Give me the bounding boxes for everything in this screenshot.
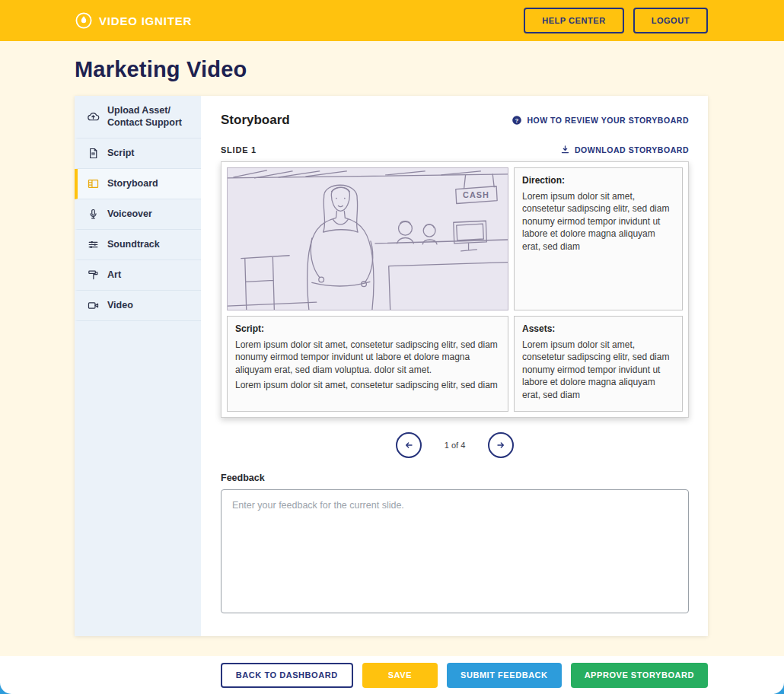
storyboard-sketch: CASH [227, 167, 508, 310]
cloud-upload-icon [87, 110, 100, 123]
sidebar-item-soundtrack[interactable]: Soundtrack [75, 230, 201, 260]
arrow-right-icon [495, 439, 507, 451]
logo: VIDEO IGNITER [75, 11, 192, 30]
back-to-dashboard-button[interactable]: BACK TO DASHBOARD [221, 663, 353, 688]
video-camera-icon [87, 299, 100, 312]
svg-text:?: ? [515, 117, 519, 124]
assets-text: Lorem ipsum dolor sit amet, consetetur s… [522, 339, 674, 402]
page-title: Marketing Video [75, 57, 708, 82]
submit-feedback-button[interactable]: SUBMIT FEEDBACK [447, 663, 562, 688]
microphone-icon [87, 208, 100, 221]
how-to-review-link[interactable]: ? HOW TO REVIEW YOUR STORYBOARD [512, 115, 689, 126]
sidebar-item-label: Upload Asset/ Contact Support [107, 104, 195, 129]
approve-storyboard-button[interactable]: APPROVE STORYBOARD [571, 663, 708, 688]
art-icon [87, 269, 100, 282]
footer-action-bar: BACK TO DASHBOARD SAVE SUBMIT FEEDBACK A… [0, 656, 784, 694]
help-center-button[interactable]: HELP CENTER [524, 8, 623, 33]
save-button[interactable]: SAVE [362, 663, 438, 688]
next-slide-button[interactable] [488, 432, 514, 458]
assets-box: Assets: Lorem ipsum dolor sit amet, cons… [514, 316, 683, 412]
slide-pagination: 1 of 4 [221, 432, 689, 458]
feedback-textarea[interactable] [221, 489, 689, 613]
main-card: Upload Asset/ Contact Support Script [75, 96, 708, 636]
sidebar-item-art[interactable]: Art [75, 260, 201, 291]
sidebar-item-label: Art [107, 269, 121, 281]
script-box: Script: Lorem ipsum dolor sit amet, cons… [227, 316, 508, 412]
feedback-label: Feedback [221, 473, 689, 483]
sidebar-item-label: Script [107, 147, 134, 159]
sidebar-item-upload-asset[interactable]: Upload Asset/ Contact Support [75, 96, 201, 138]
sidebar-item-script[interactable]: Script [75, 138, 201, 169]
logo-text: VIDEO IGNITER [99, 14, 192, 27]
download-icon [560, 145, 570, 154]
script-text-1: Lorem ipsum dolor sit amet, consetetur s… [235, 339, 500, 377]
script-text-2: Lorem ipsum dolor sit amet, consetetur s… [235, 379, 500, 392]
direction-box: Direction: Lorem ipsum dolor sit amet, c… [514, 167, 683, 310]
storyboard-content: Storyboard ? HOW TO REVIEW YOUR STORYBOA… [201, 96, 708, 636]
sidebar-item-label: Voiceover [107, 208, 152, 220]
app-header: VIDEO IGNITER HELP CENTER LOGOUT [0, 0, 784, 41]
arrow-left-icon [403, 439, 415, 451]
download-storyboard-label: DOWNLOAD STORYBOARD [575, 145, 689, 154]
sidebar-item-storyboard[interactable]: Storyboard [75, 169, 201, 199]
flame-logo-icon [75, 11, 93, 30]
sidebar-item-label: Video [107, 299, 133, 311]
sidebar-item-voiceover[interactable]: Voiceover [75, 199, 201, 230]
header-actions: HELP CENTER LOGOUT [524, 8, 708, 33]
download-storyboard-link[interactable]: DOWNLOAD STORYBOARD [560, 145, 689, 154]
sidebar-item-label: Soundtrack [107, 238, 160, 250]
slide-label: SLIDE 1 [221, 145, 257, 154]
direction-title: Direction: [522, 174, 674, 187]
script-icon [87, 147, 100, 160]
sidebar: Upload Asset/ Contact Support Script [75, 96, 201, 636]
sidebar-item-label: Storyboard [107, 177, 158, 189]
direction-text: Lorem ipsum dolor sit amet, consetetur s… [522, 190, 674, 253]
main-area: Marketing Video Upload Asset/ Contact Su… [0, 41, 784, 656]
script-title: Script: [235, 323, 500, 336]
assets-title: Assets: [522, 323, 674, 336]
logout-button[interactable]: LOGOUT [633, 8, 708, 33]
app-footer: BACK TO DASHBOARD SAVE SUBMIT FEEDBACK A… [0, 656, 784, 694]
previous-slide-button[interactable] [396, 432, 422, 458]
sketch-cash-sign: CASH [463, 190, 489, 199]
storyboard-icon [87, 177, 100, 190]
how-to-review-label: HOW TO REVIEW YOUR STORYBOARD [527, 116, 689, 125]
storyboard-panel: CASH Direction: Lorem ipsum dolor sit am… [221, 161, 689, 418]
sidebar-item-video[interactable]: Video [75, 291, 201, 321]
storyboard-heading: Storyboard [221, 113, 290, 128]
soundtrack-icon [87, 238, 100, 251]
slide-counter: 1 of 4 [445, 441, 466, 450]
question-circle-icon: ? [512, 115, 522, 126]
